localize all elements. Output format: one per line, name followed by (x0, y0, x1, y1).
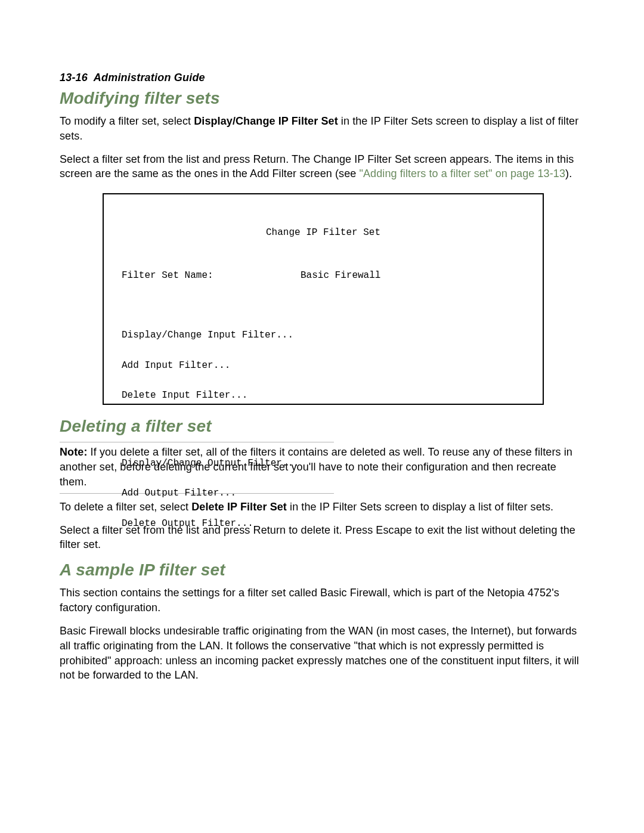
text: ). (565, 168, 572, 179)
paragraph: This section contains the settings for a… (60, 586, 586, 615)
divider (60, 442, 334, 442)
paragraph: Select a filter set from the list and pr… (60, 152, 586, 182)
terminal-menu-item: Display/Change Input Filter... (122, 330, 525, 340)
bold-text: Delete IP Filter Set (191, 501, 287, 513)
cross-reference-link[interactable]: "Adding filters to a filter set" on page… (359, 168, 565, 179)
terminal-screen: Change IP Filter Set Filter Set Name:Bas… (103, 193, 544, 405)
page-header: 13-16 Administration Guide (60, 72, 586, 84)
paragraph: To delete a filter set, select Delete IP… (60, 500, 586, 515)
paragraph: Basic Firewall blocks undesirable traffi… (60, 624, 586, 683)
bold-text: Display/Change IP Filter Set (194, 115, 338, 127)
page-number: 13-16 (60, 72, 88, 83)
note-label: Note: (60, 446, 88, 458)
terminal-menu-item: Add Input Filter... (122, 361, 525, 371)
terminal-row: Filter Set Name:Basic Firewall (122, 271, 525, 281)
text: To modify a filter set, select (60, 115, 194, 127)
paragraph: Select a filter set from the list and pr… (60, 523, 586, 553)
text: To delete a filter set, select (60, 501, 191, 513)
heading-sample-ip-filter-set: A sample IP filter set (60, 561, 586, 580)
doc-title: Administration Guide (94, 72, 205, 83)
terminal-menu-item: Delete Input Filter... (122, 391, 525, 401)
paragraph: To modify a filter set, select Display/C… (60, 114, 586, 144)
heading-deleting-a-filter-set: Deleting a filter set (60, 417, 586, 436)
terminal-title: Change IP Filter Set (122, 228, 525, 238)
terminal-label: Filter Set Name: (122, 271, 301, 281)
terminal-menu-item: Add Output Filter... (122, 488, 525, 498)
page-container: 13-16 Administration Guide Modifying fil… (0, 0, 644, 833)
terminal-value: Basic Firewall (301, 271, 380, 281)
heading-modifying-filter-sets: Modifying filter sets (60, 89, 586, 108)
text: in the IP Filter Sets screen to display … (287, 501, 553, 513)
